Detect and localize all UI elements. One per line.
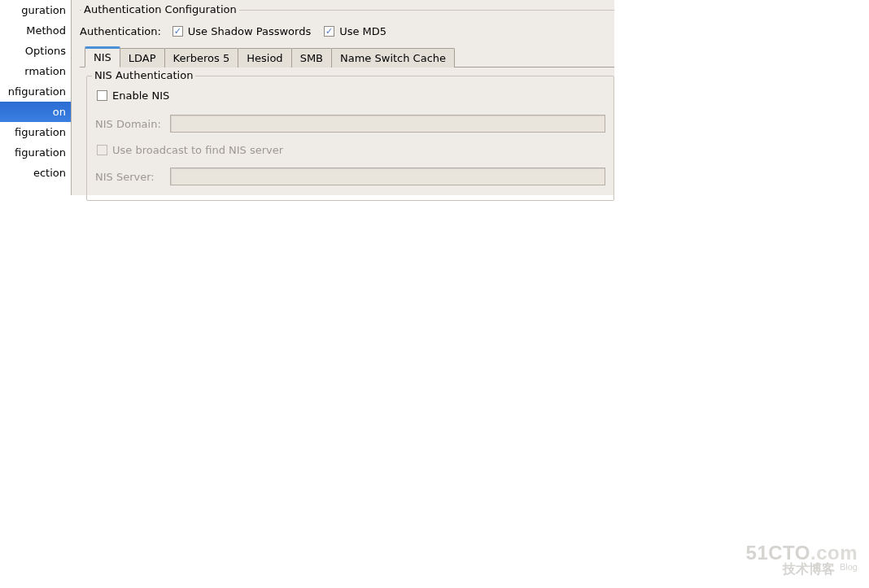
nis-domain-label: NIS Domain: (95, 118, 162, 130)
tab-ldap[interactable]: LDAP (120, 48, 165, 68)
auth-row: Authentication: Use Shadow Passwords Use… (80, 25, 614, 37)
tab-nis[interactable]: NIS (85, 46, 120, 68)
sidebar-item[interactable]: rmation (0, 61, 71, 81)
nis-auth-title: NIS Authentication (92, 69, 195, 81)
tab-hesiod[interactable]: Hesiod (238, 48, 291, 68)
enable-nis-label: Enable NIS (112, 89, 169, 102)
nis-server-label: NIS Server: (95, 171, 162, 183)
use-shadow-checkbox[interactable]: Use Shadow Passwords (172, 25, 311, 37)
watermark-brand: 51CTO (746, 542, 810, 564)
sidebar: guration Method Options rmation nfigurat… (0, 0, 72, 195)
nis-server-input[interactable] (170, 168, 605, 185)
watermark: 51CTO.com 技术博客Blog (746, 542, 858, 577)
checkbox-icon (172, 26, 183, 37)
watermark-domain: .com (810, 542, 858, 564)
use-shadow-label: Use Shadow Passwords (188, 25, 311, 37)
sidebar-item[interactable]: Options (0, 41, 71, 61)
use-md5-label: Use MD5 (339, 25, 386, 37)
nis-server-row: NIS Server: (95, 168, 605, 185)
tab-name-switch-cache[interactable]: Name Switch Cache (331, 48, 455, 68)
auth-tabs: NIS LDAP Kerberos 5 Hesiod SMB Name Swit… (80, 46, 614, 68)
watermark-blog: Blog (840, 562, 858, 572)
nis-broadcast-checkbox[interactable]: Use broadcast to find NIS server (97, 144, 283, 156)
checkbox-icon (97, 145, 107, 155)
sidebar-item[interactable]: ection (0, 163, 71, 183)
tab-kerberos5[interactable]: Kerberos 5 (164, 48, 239, 68)
checkbox-icon (324, 26, 334, 37)
nis-broadcast-label: Use broadcast to find NIS server (112, 144, 283, 156)
auth-label: Authentication: (80, 25, 161, 37)
sidebar-item-selected[interactable]: on (0, 102, 71, 122)
sidebar-item[interactable]: Method (0, 20, 71, 41)
nis-domain-row: NIS Domain: (95, 115, 605, 133)
nis-domain-input[interactable] (170, 115, 605, 133)
sidebar-item[interactable]: figuration (0, 122, 71, 142)
tab-smb[interactable]: SMB (291, 48, 332, 68)
enable-nis-checkbox[interactable]: Enable NIS (97, 89, 169, 102)
nis-auth-group: NIS Authentication Enable NIS NIS Domain… (86, 76, 614, 201)
main-panel: Authentication Configuration Authenticat… (72, 0, 614, 195)
sidebar-item[interactable]: guration (0, 0, 71, 20)
sidebar-item[interactable]: nfiguration (0, 81, 71, 102)
auth-config-group: Authentication Configuration Authenticat… (80, 10, 614, 201)
use-md5-checkbox[interactable]: Use MD5 (324, 25, 386, 37)
sidebar-item[interactable]: figuration (0, 142, 71, 163)
checkbox-icon (97, 90, 107, 101)
auth-config-title: Authentication Configuration (81, 3, 239, 15)
watermark-sub: 技术博客 (783, 562, 835, 576)
